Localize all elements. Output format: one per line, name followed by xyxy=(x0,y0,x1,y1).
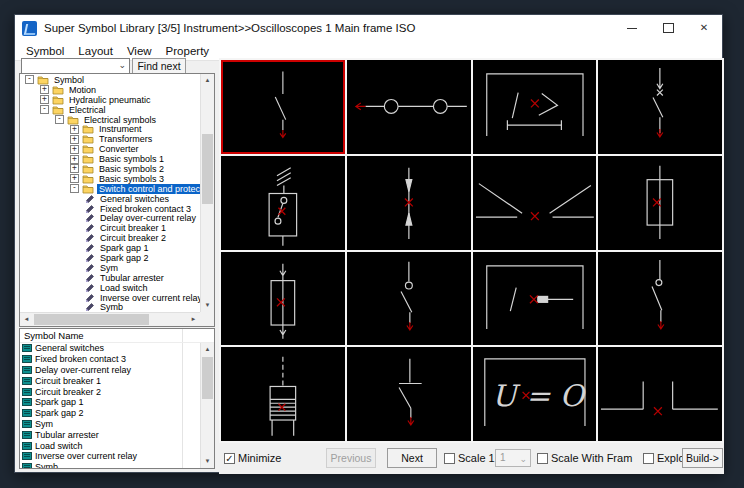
chevron-down-icon[interactable]: ⌄ xyxy=(118,60,126,70)
menu-view[interactable]: View xyxy=(120,43,159,59)
tree-item-inverse-over-current-relay[interactable]: Inverse over current relay xyxy=(20,293,200,303)
symbol-cell-isolating-switch[interactable] xyxy=(598,252,722,346)
tree-item-basic-symbols-1[interactable]: +Basic symbols 1 xyxy=(20,154,200,164)
symbol-cell-spark-gap-horns[interactable] xyxy=(473,156,597,250)
tree-item-symbol[interactable]: -Symbol xyxy=(20,75,200,85)
symbol-leaf-icon xyxy=(85,204,95,214)
list-item-fixed-broken-contact-3[interactable]: Fixed broken contact 3 xyxy=(20,354,200,365)
close-window-button[interactable]: ✕ xyxy=(686,15,722,41)
tree-item-transformers[interactable]: +Transformers xyxy=(20,134,200,144)
tree-item-basic-symbols-3[interactable]: +Basic symbols 3 xyxy=(20,174,200,184)
expand-icon[interactable]: + xyxy=(70,155,79,164)
red-arrow-icon xyxy=(280,130,286,138)
symbol-cell-spark-gap-vertical[interactable] xyxy=(347,156,471,250)
tree-item-motion[interactable]: +Motion xyxy=(20,85,200,95)
tree-vertical-scrollbar[interactable]: ▲ ▼ xyxy=(200,74,214,312)
list-item-circuit-breaker-1[interactable]: Circuit breaker 1 xyxy=(20,375,200,386)
previous-button[interactable]: Previous xyxy=(326,448,376,468)
tree-item-spark-gap-2[interactable]: Spark gap 2 xyxy=(20,253,200,263)
list-header[interactable]: Symbol Name xyxy=(20,329,214,343)
scale-with-frame-checkbox[interactable]: Scale With Fram xyxy=(537,452,632,464)
symbol-leaf-icon xyxy=(85,263,95,273)
collapse-icon[interactable]: - xyxy=(40,105,49,114)
next-button[interactable]: Next xyxy=(387,448,437,468)
tree-item-hydraulic-pneumatic[interactable]: +Hydraulic pneumatic xyxy=(20,95,200,105)
under-voltage-text: U = O xyxy=(491,379,586,413)
menu-layout[interactable]: Layout xyxy=(71,43,120,59)
tree-item-label: Symb xyxy=(98,302,125,312)
maximize-window-button[interactable] xyxy=(650,15,686,41)
minimize-checkbox[interactable]: ✓ Minimize xyxy=(224,452,281,464)
symbol-cell-fuse[interactable] xyxy=(598,156,722,250)
symbol-cell-arrow-star-switch[interactable] xyxy=(598,60,722,154)
menu-property[interactable]: Property xyxy=(159,43,216,59)
tree-horizontal-scrollbar[interactable]: ◄ ► xyxy=(20,312,200,326)
menu-symbol[interactable]: Symbol xyxy=(19,43,71,59)
symbol-cell-t-bar-switch[interactable] xyxy=(347,347,471,441)
symbol-cell-horn-gap[interactable] xyxy=(598,347,722,441)
tree-item-tubular-arrester[interactable]: Tubular arrester xyxy=(20,273,200,283)
scroll-down-icon[interactable]: ▼ xyxy=(201,455,214,468)
tree-item-delay-over-current-relay[interactable]: Delay over-current relay xyxy=(20,213,200,223)
scroll-up-icon[interactable]: ▲ xyxy=(201,74,214,87)
symbol-cell-valved-arrester[interactable] xyxy=(221,347,345,441)
tree-item-switch-control-and-protection-devices[interactable]: -Switch control and protection devices xyxy=(20,184,200,194)
tree-item-instrument[interactable]: +Instrument xyxy=(20,124,200,134)
scroll-left-icon[interactable]: ◄ xyxy=(20,313,33,326)
tree-item-circuit-breaker-2[interactable]: Circuit breaker 2 xyxy=(20,233,200,243)
list-item-spark-gap-1[interactable]: Spark gap 1 xyxy=(20,397,200,408)
list-item-symb[interactable]: Symb xyxy=(20,462,200,468)
expand-icon[interactable]: + xyxy=(70,174,79,183)
expand-icon[interactable]: + xyxy=(40,95,49,104)
symbol-cell-inverse-over-current-relay[interactable] xyxy=(473,252,597,346)
expand-icon[interactable]: + xyxy=(70,135,79,144)
boxed-spark-gap-drawing xyxy=(221,156,345,250)
scale-value-combo[interactable]: 1 ⌄ xyxy=(495,449,531,467)
tree-item-fixed-broken-contact-3[interactable]: Fixed broken contact 3 xyxy=(20,204,200,214)
scroll-up-icon[interactable]: ▲ xyxy=(201,343,214,356)
tree-item-electrical[interactable]: -Electrical xyxy=(20,105,200,115)
scroll-right-icon[interactable]: ► xyxy=(187,313,200,326)
tree-item-spark-gap-1[interactable]: Spark gap 1 xyxy=(20,243,200,253)
minimize-window-button[interactable] xyxy=(614,15,650,41)
tree-item-load-switch[interactable]: Load switch xyxy=(20,283,200,293)
list-item-sym[interactable]: Sym xyxy=(20,419,200,430)
tree-item-sym[interactable]: Sym xyxy=(20,263,200,273)
list-item-tubular-arrester[interactable]: Tubular arrester xyxy=(20,429,200,440)
collapse-icon[interactable]: - xyxy=(70,184,79,193)
expand-icon[interactable]: + xyxy=(70,125,79,134)
tree-item-basic-symbols-2[interactable]: +Basic symbols 2 xyxy=(20,164,200,174)
tree-item-symb[interactable]: Symb xyxy=(20,302,200,312)
tree-scrollbar-thumb[interactable] xyxy=(202,134,213,204)
tree-hscrollbar-thumb[interactable] xyxy=(34,314,149,325)
list-item-delay-over-current-relay[interactable]: Delay over-current relay xyxy=(20,365,200,376)
symbol-cell-boxed-spark-gap[interactable] xyxy=(221,156,345,250)
build-button[interactable]: Build-> xyxy=(682,448,723,468)
list-item-general-switches[interactable]: General switches xyxy=(20,343,200,354)
symbol-cell-load-switch[interactable] xyxy=(347,252,471,346)
symbol-cell-tubular-arrester[interactable] xyxy=(221,252,345,346)
symbol-cell-general-switch[interactable] xyxy=(221,60,345,154)
list-scrollbar-thumb[interactable] xyxy=(202,357,213,399)
column-divider[interactable] xyxy=(182,329,183,342)
tree-item-converter[interactable]: +Converter xyxy=(20,144,200,154)
collapse-icon[interactable]: - xyxy=(55,115,64,124)
list-vertical-scrollbar[interactable]: ▲ ▼ xyxy=(200,343,214,468)
list-item-label: Load switch xyxy=(35,441,83,451)
expand-icon[interactable]: + xyxy=(40,85,49,94)
expand-icon[interactable]: + xyxy=(70,145,79,154)
list-item-load-switch[interactable]: Load switch xyxy=(20,440,200,451)
symbol-cell-fixed-broken-contact[interactable] xyxy=(347,60,471,154)
symbol-cell-delay-over-current-relay[interactable] xyxy=(473,60,597,154)
symbol-cell-under-voltage-relay[interactable]: U = O xyxy=(473,347,597,441)
scale-checkbox[interactable]: Scale 1: xyxy=(444,452,498,464)
list-item-circuit-breaker-2[interactable]: Circuit breaker 2 xyxy=(20,386,200,397)
list-item-spark-gap-2[interactable]: Spark gap 2 xyxy=(20,408,200,419)
expand-icon[interactable]: + xyxy=(70,164,79,173)
scroll-down-icon[interactable]: ▼ xyxy=(201,299,214,312)
tree-item-circuit-breaker-1[interactable]: Circuit breaker 1 xyxy=(20,223,200,233)
tree-item-general-switches[interactable]: General switches xyxy=(20,194,200,204)
tree-item-electrical-symbols[interactable]: -Electrical symbols xyxy=(20,115,200,125)
list-item-inverse-over-current-relay[interactable]: Inverse over current relay xyxy=(20,451,200,462)
collapse-icon[interactable]: - xyxy=(25,75,34,84)
